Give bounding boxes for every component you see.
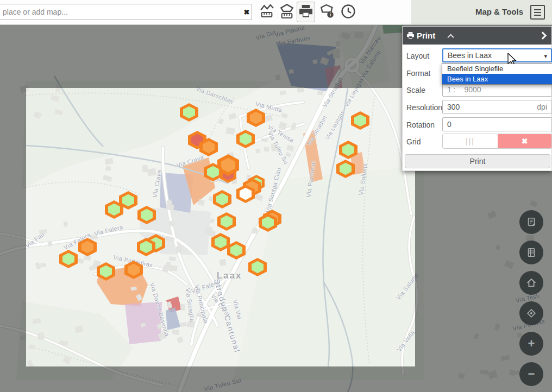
scale-label: Scale [406, 86, 425, 94]
print-preview-area [26, 88, 415, 366]
resolution-value: 300 [447, 103, 460, 111]
identify-button[interactable]: i [318, 3, 336, 21]
plus-icon: + [528, 337, 535, 351]
report-button[interactable] [519, 210, 543, 234]
locate-icon [525, 307, 537, 319]
app-window: LaaxVia DarschlasVia MuttaVia TeissaVia … [0, 0, 552, 392]
measure-area-icon [278, 3, 296, 20]
zoom-out-button[interactable]: − [519, 362, 543, 386]
measure-area-button[interactable] [278, 3, 296, 21]
scale-value: 9000 [464, 85, 481, 94]
grid-toggle[interactable]: ||| ✖ [442, 134, 552, 149]
format-label: Format [406, 69, 430, 78]
legend-icon [525, 246, 537, 258]
layout-dropdown: Beefield Singlefile Bees in Laax [442, 63, 552, 85]
layout-option[interactable]: Beefield Singlefile [442, 64, 552, 74]
history-icon [340, 3, 357, 20]
home-button[interactable] [519, 271, 543, 295]
print-panel-icon [406, 31, 415, 40]
top-toolbar: ✖ i [0, 0, 552, 25]
rotation-label: Rotation [406, 121, 435, 129]
print-panel-title: Print [417, 31, 435, 40]
chevron-down-icon: ▾ [544, 50, 547, 62]
resolution-unit: dpi [537, 100, 547, 113]
zoom-in-button[interactable]: + [519, 332, 543, 356]
layout-option-selected[interactable]: Bees in Laax [442, 74, 552, 84]
layout-selected-value: Bees in Laax [448, 51, 492, 60]
collapse-chevron-up-icon[interactable] [447, 34, 454, 39]
grid-label: Grid [406, 137, 421, 146]
measure-line-button[interactable] [258, 3, 276, 21]
resolution-label: Resolution [406, 103, 442, 112]
scale-prefix: 1 : [447, 85, 456, 94]
layout-select[interactable]: Bees in Laax ▾ [442, 48, 552, 62]
legend-button[interactable] [519, 241, 543, 264]
print-icon [297, 3, 315, 20]
grid-on-option[interactable]: ||| [443, 134, 498, 148]
locate-button[interactable] [519, 301, 543, 325]
detach-chevron-right-icon[interactable] [541, 31, 547, 40]
minus-icon: − [528, 367, 535, 381]
report-icon [525, 216, 537, 228]
print-tool-button[interactable] [297, 2, 315, 22]
home-icon [525, 277, 537, 289]
print-panel-header: Print [403, 27, 551, 45]
rotation-value: 0 [447, 120, 451, 129]
rotation-input[interactable]: 0 [442, 117, 552, 131]
svg-text:i: i [330, 12, 331, 17]
clear-search-button[interactable]: ✖ [241, 6, 252, 18]
measure-line-icon [258, 3, 275, 20]
layout-label: Layout [406, 52, 429, 60]
identify-icon: i [318, 3, 336, 20]
map-tools-label: Map & Tools [475, 7, 523, 16]
search-input[interactable] [0, 4, 252, 20]
print-button[interactable]: Print [405, 154, 550, 168]
menu-icon [534, 9, 541, 10]
menu-button[interactable] [530, 5, 545, 20]
print-panel: Print Layout Bees in Laax ▾ Format Scale… [402, 26, 552, 171]
resolution-input[interactable]: dpi 300 [442, 100, 552, 114]
history-button[interactable] [339, 3, 357, 21]
grid-off-option[interactable]: ✖ [498, 134, 551, 148]
